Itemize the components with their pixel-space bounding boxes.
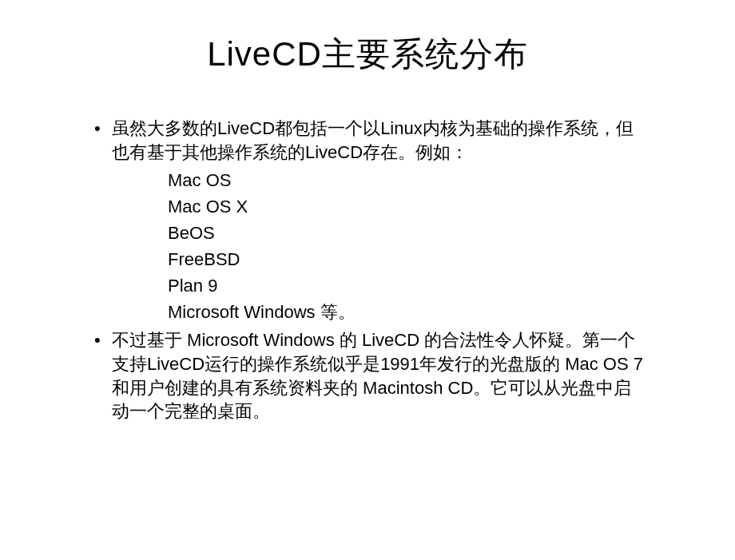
bullet-point-1: 虽然大多数的LiveCD都包括一个以Linux内核为基础的操作系统，但也有基于其…	[88, 117, 647, 164]
system-item-beos: BeOS	[168, 220, 647, 246]
system-item-freebsd: FreeBSD	[168, 246, 647, 272]
system-item-macosx: Mac OS X	[168, 193, 647, 220]
slide-title: LiveCD主要系统分布	[40, 32, 695, 77]
system-item-macos: Mac OS	[168, 167, 647, 193]
slide-content: 虽然大多数的LiveCD都包括一个以Linux内核为基础的操作系统，但也有基于其…	[40, 117, 695, 423]
system-item-windows: Microsoft Windows 等。	[168, 299, 647, 325]
system-item-plan9: Plan 9	[168, 272, 647, 299]
systems-list: Mac OS Mac OS X BeOS FreeBSD Plan 9 Micr…	[88, 167, 647, 325]
bullet-point-2: 不过基于 Microsoft Windows 的 LiveCD 的合法性令人怀疑…	[88, 328, 647, 423]
